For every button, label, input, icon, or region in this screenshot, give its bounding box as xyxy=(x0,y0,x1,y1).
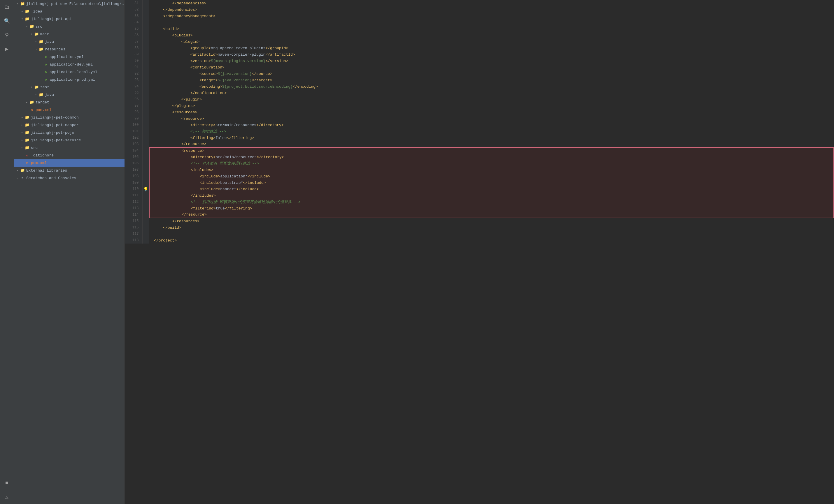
line-gutter xyxy=(142,199,149,205)
line-gutter xyxy=(142,167,149,173)
sidebar-item-app-yml[interactable]: ⚙application.yml xyxy=(14,53,125,61)
line-code: </dependencies> xyxy=(149,0,834,6)
line-code: <!-- 启用过滤 即该资源中的变量将会被过滤器中的值替换 --> xyxy=(149,199,834,205)
sidebar-item-service[interactable]: ▸📁jialiangkj-pet-service xyxy=(14,136,125,144)
line-gutter xyxy=(142,122,149,128)
tree-label: java xyxy=(45,40,54,44)
folder-icon: 📁 xyxy=(25,17,29,21)
sidebar-item-pojo[interactable]: ▸📁jialiangkj-pet-pojo xyxy=(14,129,125,136)
sidebar-item-app-local-yml[interactable]: ⚙application-local.yml xyxy=(14,68,125,76)
table-row: 118</project> xyxy=(125,237,834,244)
sidebar-item-src[interactable]: ▾📁src xyxy=(14,23,125,30)
code-table: 81 </dependencies>82 </dependencies>83 <… xyxy=(125,0,834,244)
table-row: 109 <include>bootstrap*</include> xyxy=(125,180,834,186)
line-code: <resource> xyxy=(149,147,834,154)
sidebar-item-gitignore[interactable]: ⊘.gitignore xyxy=(14,152,125,159)
table-row: 108 <include>application*</include> xyxy=(125,173,834,180)
table-row: 93 <target>${java.version}</target> xyxy=(125,77,834,83)
table-row: 88 <groupId>org.apache.maven.plugins</gr… xyxy=(125,45,834,51)
sidebar-item-pom[interactable]: mpom.xml xyxy=(14,159,125,167)
table-row: 100 <directory>src/main/resources</direc… xyxy=(125,122,834,128)
line-gutter xyxy=(142,115,149,122)
explorer-icon[interactable]: 🗂 xyxy=(2,2,12,12)
search-icon[interactable]: 🔍 xyxy=(2,16,12,26)
line-code: <encoding>${project.build.sourceEncoding… xyxy=(149,83,834,90)
tree-label: Scratches and Consoles xyxy=(26,176,76,180)
line-gutter xyxy=(142,192,149,199)
line-gutter xyxy=(142,205,149,211)
sidebar-item-resources[interactable]: ▾📁resources xyxy=(14,45,125,53)
line-gutter xyxy=(142,0,149,6)
vcs-icon[interactable]: ⚲ xyxy=(2,30,12,40)
line-number: 82 xyxy=(125,6,142,13)
sidebar-item-idea[interactable]: ▸📁.idea xyxy=(14,7,125,15)
line-gutter xyxy=(142,45,149,51)
tree-label: External Libraries xyxy=(26,168,67,173)
line-code: <directory>src/main/resources</directory… xyxy=(149,154,834,160)
tree-arrow: ▾ xyxy=(29,32,34,36)
line-gutter xyxy=(142,211,149,218)
table-row: 117 xyxy=(125,231,834,237)
table-row: 85 <build> xyxy=(125,26,834,32)
tree-arrow: ▸ xyxy=(20,138,24,142)
table-row: 89 <artifactId>maven-compiler-plugin</ar… xyxy=(125,51,834,58)
tree-label: test xyxy=(40,85,49,89)
line-code: </includes> xyxy=(149,192,834,199)
settings-icon[interactable]: ⚠ xyxy=(2,492,12,502)
sidebar-item-main[interactable]: ▾📁main xyxy=(14,30,125,38)
sidebar-item-target[interactable]: ▸📁target xyxy=(14,98,125,106)
line-gutter xyxy=(142,160,149,167)
line-gutter xyxy=(142,64,149,70)
sidebar-item-root[interactable]: ▾📁jialiangkj-pet-dev E:\sourcetree\jiali… xyxy=(14,0,125,7)
tree-label: jialiangkj-pet-common xyxy=(31,115,79,120)
table-row: 99 <resource> xyxy=(125,115,834,122)
folder-icon: 📁 xyxy=(25,146,29,150)
sidebar-item-common[interactable]: ▸📁jialiangkj-pet-common xyxy=(14,114,125,121)
line-gutter xyxy=(142,109,149,115)
line-number: 114 xyxy=(125,211,142,218)
sidebar-item-scratches[interactable]: ▸≡Scratches and Consoles xyxy=(14,174,125,182)
line-code: </dependencyManagement> xyxy=(149,13,834,19)
table-row: 113 <filtering>true</filtering> xyxy=(125,205,834,211)
line-gutter xyxy=(142,141,149,147)
line-number: 107 xyxy=(125,167,142,173)
line-number: 97 xyxy=(125,102,142,109)
editor-area: 81 </dependencies>82 </dependencies>83 <… xyxy=(125,0,834,504)
line-number: 104 xyxy=(125,147,142,154)
sidebar-item-app-prod-yml[interactable]: ⚙application-prod.yml xyxy=(14,76,125,83)
folder-blue-icon: 📁 xyxy=(39,40,43,44)
line-number: 81 xyxy=(125,0,142,6)
sidebar-item-pom-api[interactable]: mpom.xml xyxy=(14,106,125,114)
line-code: </project> xyxy=(149,237,834,244)
table-row: 115 </resources> xyxy=(125,218,834,224)
line-number: 90 xyxy=(125,58,142,64)
line-code: <filtering>false</filtering> xyxy=(149,135,834,141)
line-number: 106 xyxy=(125,160,142,167)
line-gutter xyxy=(142,58,149,64)
table-row: 106 <!-- 引入所有 匹配文件进行过滤 --> xyxy=(125,160,834,167)
tree-label: application-prod.yml xyxy=(49,77,95,82)
table-row: 83 </dependencyManagement> xyxy=(125,13,834,19)
sidebar-item-test-java[interactable]: ▸📁java xyxy=(14,91,125,98)
line-gutter xyxy=(142,173,149,180)
sidebar-item-src2[interactable]: ▸📁src xyxy=(14,144,125,152)
line-gutter xyxy=(142,77,149,83)
tree-label: pom.xml xyxy=(36,108,51,112)
tree-label: .gitignore xyxy=(31,153,54,158)
sidebar-item-java[interactable]: ▸📁java xyxy=(14,38,125,45)
tree-label: application.yml xyxy=(49,55,84,59)
tree-label: resources xyxy=(45,47,65,51)
sidebar-item-api[interactable]: ▾📁jialiangkj-pet-api xyxy=(14,15,125,23)
table-row: 101 <!-- 关闭过滤 --> xyxy=(125,128,834,135)
bulb-icon[interactable]: 💡 xyxy=(143,187,148,192)
line-code: <include>bootstrap*</include> xyxy=(149,180,834,186)
sidebar-item-mapper[interactable]: ▸📁jialiangkj-pet-mapper xyxy=(14,121,125,129)
terminal-icon[interactable]: ■ xyxy=(2,478,12,488)
tree-label: pom.xml xyxy=(31,161,47,165)
yaml-icon: ⚙ xyxy=(45,55,47,59)
sidebar-item-app-dev-yml[interactable]: ⚙application-dev.yml xyxy=(14,61,125,68)
sidebar-item-ext-lib[interactable]: ▸📁External Libraries xyxy=(14,167,125,174)
sidebar-item-test[interactable]: ▾📁test xyxy=(14,83,125,91)
code-view[interactable]: 81 </dependencies>82 </dependencies>83 <… xyxy=(125,0,834,504)
run-icon[interactable]: ▶ xyxy=(2,44,12,53)
